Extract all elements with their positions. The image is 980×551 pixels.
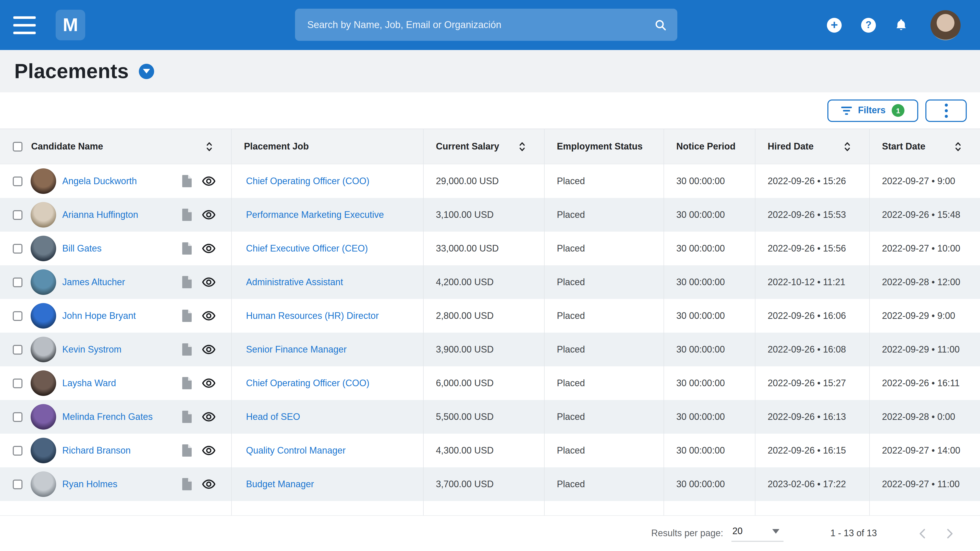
candidate-name-link[interactable]: James Altucher — [62, 277, 125, 287]
column-label: Current Salary — [436, 141, 499, 152]
candidate-avatar[interactable] — [30, 269, 56, 295]
resume-document-icon[interactable] — [182, 276, 192, 288]
placement-job-link-text[interactable]: Chief Operating Officer (COO) — [246, 176, 369, 186]
placement-job-link-text[interactable]: Administrative Assistant — [246, 277, 343, 287]
column-header-start-date[interactable]: Start Date — [869, 129, 980, 164]
resume-document-icon[interactable] — [182, 377, 192, 389]
start-date-cell-text: 2022-09-27 • 9:00 — [882, 176, 955, 186]
row-checkbox[interactable] — [13, 176, 22, 186]
resume-document-icon[interactable] — [182, 242, 192, 254]
candidate-avatar[interactable] — [30, 337, 56, 362]
row-checkbox[interactable] — [13, 210, 22, 220]
placement-job-link-text[interactable]: Human Resources (HR) Director — [246, 310, 379, 321]
sort-icon[interactable] — [955, 141, 962, 152]
candidate-avatar[interactable] — [30, 202, 56, 227]
results-per-page-select[interactable]: 20 — [732, 525, 783, 542]
preview-eye-icon[interactable] — [202, 376, 216, 390]
candidate-name-link[interactable]: Arianna Huffington — [62, 210, 138, 220]
resume-document-icon[interactable] — [182, 175, 192, 187]
candidate-name-link[interactable]: Bill Gates — [62, 243, 102, 254]
search-icon[interactable] — [654, 18, 667, 32]
candidate-avatar[interactable] — [30, 236, 56, 261]
preview-eye-icon[interactable] — [202, 241, 216, 256]
preview-eye-icon[interactable] — [202, 443, 216, 457]
start-date-cell-text: 2022-09-27 • 10:00 — [882, 243, 960, 254]
column-header-candidate-name[interactable]: Candidate Name — [0, 129, 231, 164]
candidate-avatar[interactable] — [30, 370, 56, 396]
employment-status-cell-text: Placed — [557, 411, 585, 422]
candidate-name-link[interactable]: John Hope Bryant — [62, 310, 136, 321]
page-title-dropdown-button[interactable] — [139, 64, 154, 79]
row-checkbox[interactable] — [13, 378, 22, 388]
next-page-button[interactable] — [947, 528, 953, 538]
placement-job-link-text[interactable]: Chief Operating Officer (COO) — [246, 378, 369, 389]
preview-eye-icon[interactable] — [202, 309, 216, 323]
user-avatar[interactable] — [931, 10, 961, 40]
resume-document-icon[interactable] — [182, 310, 192, 322]
notice-period-cell: 30 00:00:00 — [663, 198, 755, 232]
hired-date-cell: 2022-10-12 • 11:21 — [755, 265, 869, 299]
help-button[interactable]: ? — [861, 17, 876, 32]
row-checkbox[interactable] — [13, 412, 22, 422]
placement-job-link-text[interactable]: Chief Executive Officer (CEO) — [246, 243, 368, 254]
placement-job-link-text[interactable]: Quality Control Manager — [246, 445, 345, 456]
candidate-avatar[interactable] — [30, 303, 56, 329]
candidate-name-link[interactable]: Kevin Systrom — [62, 344, 121, 355]
resume-document-icon[interactable] — [182, 343, 192, 356]
candidate-name-link[interactable]: Angela Duckworth — [62, 176, 137, 186]
preview-eye-icon[interactable] — [202, 477, 216, 491]
employment-status-cell: Placed — [544, 467, 663, 501]
resume-document-icon[interactable] — [182, 411, 192, 423]
row-checkbox[interactable] — [13, 479, 22, 489]
hired-date-cell: 2022-09-26 • 16:06 — [755, 299, 869, 333]
candidate-avatar[interactable] — [30, 168, 56, 194]
candidate-avatar[interactable] — [30, 472, 56, 497]
salary-cell: 5,500.00 USD — [423, 400, 544, 433]
more-options-button[interactable] — [925, 99, 967, 122]
row-checkbox[interactable] — [13, 277, 22, 287]
global-search-input[interactable]: Search by Name, Job, Email or Organizaci… — [295, 9, 677, 41]
salary-cell: 3,900.00 USD — [423, 333, 544, 366]
sort-icon[interactable] — [844, 141, 851, 152]
candidate-avatar[interactable] — [30, 404, 56, 430]
resume-document-icon[interactable] — [182, 478, 192, 490]
select-all-checkbox[interactable] — [13, 141, 22, 151]
previous-page-button[interactable] — [919, 528, 925, 538]
menu-icon[interactable] — [13, 16, 36, 34]
filters-button[interactable]: Filters 1 — [827, 99, 918, 122]
candidate-avatar[interactable] — [30, 438, 56, 463]
candidate-name-link[interactable]: Ryan Holmes — [62, 479, 118, 489]
row-checkbox[interactable] — [13, 345, 22, 354]
preview-eye-icon[interactable] — [202, 208, 216, 222]
resume-document-icon[interactable] — [182, 445, 192, 457]
notifications-button[interactable] — [894, 18, 908, 32]
resume-document-icon[interactable] — [182, 209, 192, 221]
quick-add-button[interactable]: + — [827, 17, 842, 32]
placement-job-link-text[interactable]: Performance Marketing Executive — [246, 210, 384, 220]
sort-icon[interactable] — [519, 141, 526, 152]
notice-period-cell: 30 00:00:00 — [663, 366, 755, 400]
candidate-name-link[interactable]: Melinda French Gates — [62, 411, 153, 422]
hired-date-cell: 2022-09-26 • 16:15 — [755, 433, 869, 467]
row-checkbox[interactable] — [13, 311, 22, 321]
placement-job-link-text[interactable]: Senior Finance Manager — [246, 344, 347, 355]
row-checkbox[interactable] — [13, 244, 22, 253]
employment-status-cell: Placed — [544, 164, 663, 198]
kebab-menu-icon — [945, 103, 948, 118]
column-header-current-salary[interactable]: Current Salary — [423, 129, 544, 164]
candidate-name-link[interactable]: Laysha Ward — [62, 378, 116, 389]
placement-job-link-text[interactable]: Head of SEO — [246, 411, 300, 422]
preview-eye-icon[interactable] — [202, 342, 216, 357]
preview-eye-icon[interactable] — [202, 275, 216, 289]
row-checkbox[interactable] — [13, 446, 22, 455]
placement-job-link: Senior Finance Manager — [231, 333, 423, 366]
salary-cell: 33,000.00 USD — [423, 232, 544, 265]
candidate-name-link[interactable]: Richard Branson — [62, 445, 130, 456]
column-header-hired-date[interactable]: Hired Date — [755, 129, 869, 164]
placement-job-link-text[interactable]: Budget Manager — [246, 479, 314, 489]
preview-eye-icon[interactable] — [202, 174, 216, 188]
app-logo[interactable]: M — [56, 10, 85, 40]
employment-status-cell-text: Placed — [557, 344, 585, 355]
preview-eye-icon[interactable] — [202, 410, 216, 424]
sort-icon[interactable] — [206, 141, 213, 152]
